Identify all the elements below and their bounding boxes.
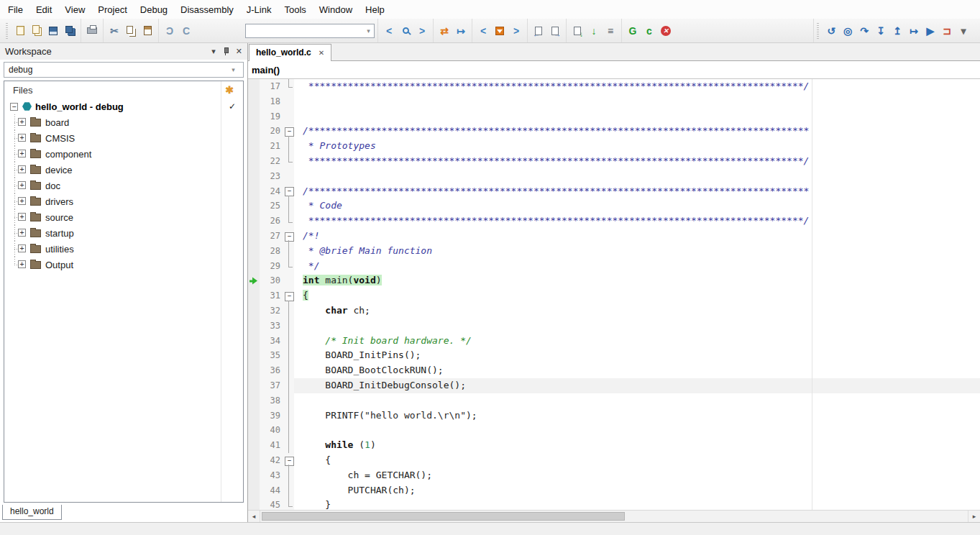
breakpoint-gutter[interactable] [248, 154, 260, 169]
find-icon[interactable] [398, 23, 413, 39]
paste-icon[interactable] [139, 23, 155, 39]
fold-marker-icon[interactable] [284, 124, 294, 139]
breakpoint-gutter[interactable] [248, 498, 260, 510]
code-editor[interactable]: 17 *************************************… [248, 79, 980, 510]
expand-icon[interactable]: + [18, 260, 26, 268]
scrollbar-track[interactable] [260, 511, 968, 522]
tree-item-board[interactable]: +board [4, 114, 243, 130]
tree-item-device[interactable]: +device [4, 162, 243, 178]
breakpoint-gutter[interactable] [248, 319, 260, 334]
fold-marker-icon[interactable] [284, 184, 294, 199]
toolbar-search-combo[interactable]: ▾ [245, 24, 375, 38]
scroll-left-icon[interactable]: ◂ [248, 511, 260, 522]
close-tab-icon[interactable]: ✕ [319, 49, 324, 57]
breakpoint-gutter[interactable] [248, 184, 260, 199]
step-out-icon[interactable]: ↥ [889, 23, 905, 39]
toggle-bookmark-icon[interactable] [492, 23, 508, 39]
menu-item-help[interactable]: Help [359, 1, 391, 19]
step-into-icon[interactable]: ↧ [873, 23, 889, 39]
workspace-bottom-tab[interactable]: hello_world [2, 505, 62, 520]
browse-forward-icon[interactable] [547, 23, 563, 39]
breakpoint-gutter[interactable] [248, 438, 260, 453]
breakpoint-gutter[interactable] [248, 229, 260, 244]
expand-icon[interactable]: + [18, 118, 26, 126]
expand-icon[interactable]: + [18, 229, 26, 237]
tree-item-cmsis[interactable]: +CMSIS [4, 130, 243, 146]
breakpoint-gutter[interactable] [248, 288, 260, 303]
reset-icon[interactable]: ↺ [823, 23, 839, 39]
next-statement-icon[interactable]: ↦ [906, 23, 922, 39]
breakpoint-gutter[interactable] [248, 214, 260, 229]
breakpoint-gutter[interactable] [248, 348, 260, 363]
expand-icon[interactable]: + [18, 134, 26, 142]
registers-icon[interactable]: ≡ [603, 23, 618, 39]
undo-icon[interactable]: Ɔ [162, 23, 178, 39]
expand-icon[interactable]: + [18, 165, 26, 173]
breakpoint-gutter[interactable] [248, 363, 260, 378]
menu-item-project[interactable]: Project [91, 1, 133, 19]
cut-icon[interactable]: ✂ [106, 23, 122, 39]
breakpoint-gutter[interactable] [248, 198, 260, 214]
find-previous-icon[interactable]: < [381, 23, 397, 39]
breakpoint-gutter[interactable] [248, 79, 260, 94]
tree-item-utilities[interactable]: +utilities [4, 241, 243, 257]
configuration-dropdown[interactable]: debug ▾ [4, 62, 244, 78]
tree-item-doc[interactable]: +doc [4, 178, 243, 193]
fold-marker-icon[interactable] [284, 288, 294, 303]
redo-icon[interactable]: C [178, 23, 194, 39]
execution-arrow-gutter[interactable] [248, 273, 260, 288]
exchange-icon[interactable]: ⇄ [436, 23, 452, 39]
breakpoint-gutter[interactable] [248, 393, 260, 408]
menu-item-window[interactable]: Window [313, 1, 359, 19]
breakpoint-gutter[interactable] [248, 94, 260, 109]
goto-icon[interactable]: ↦ [453, 23, 469, 39]
tree-root-project[interactable]: − hello_world - debug ✓ [4, 99, 243, 114]
debug-menu-caret-icon[interactable]: ▾ [956, 23, 971, 39]
debug-go-icon[interactable]: G [625, 23, 641, 39]
break-icon[interactable]: ◎ [840, 23, 856, 39]
compile-icon[interactable]: c [641, 23, 657, 39]
stop-debugging-icon[interactable]: ⊐ [939, 23, 955, 39]
pin-icon[interactable] [222, 47, 229, 56]
menu-item-debug[interactable]: Debug [134, 1, 174, 19]
expand-icon[interactable]: + [18, 213, 26, 221]
find-next-icon[interactable]: > [414, 23, 430, 39]
save-all-icon[interactable] [62, 23, 78, 39]
editor-tab-hello-world-c[interactable]: hello_world.c ✕ [249, 44, 331, 61]
tree-item-component[interactable]: +component [4, 146, 243, 162]
breakpoint-gutter[interactable] [248, 408, 260, 424]
close-icon[interactable]: ✕ [236, 47, 242, 56]
breakpoint-gutter[interactable] [248, 334, 260, 349]
workspace-menu-caret-icon[interactable]: ▾ [211, 47, 216, 56]
expand-icon[interactable]: + [18, 244, 26, 252]
make-icon[interactable] [569, 23, 585, 39]
tree-item-output[interactable]: +Output [4, 257, 243, 273]
open-document-icon[interactable] [29, 23, 45, 39]
previous-bookmark-icon[interactable]: < [475, 23, 491, 39]
fold-marker-icon[interactable] [284, 453, 294, 468]
breakpoint-gutter[interactable] [248, 109, 260, 124]
copy-icon[interactable] [123, 23, 139, 39]
scrollbar-thumb[interactable] [262, 512, 625, 521]
breakpoint-gutter[interactable] [248, 483, 260, 498]
fold-marker-icon[interactable] [284, 229, 294, 244]
breakpoint-gutter[interactable] [248, 244, 260, 259]
breakpoint-gutter[interactable] [248, 468, 260, 483]
chevron-down-icon[interactable]: ▾ [363, 27, 374, 35]
new-document-icon[interactable] [12, 23, 28, 39]
toolbar-search-input[interactable] [246, 24, 363, 37]
function-navigation-bar[interactable]: main() [248, 61, 980, 79]
step-over-icon[interactable]: ↷ [856, 23, 872, 39]
scroll-right-icon[interactable]: ▸ [968, 511, 980, 522]
stop-build-icon[interactable]: ✕ [658, 23, 674, 39]
expand-icon[interactable]: + [18, 150, 26, 157]
expand-icon[interactable]: + [18, 181, 26, 189]
print-icon[interactable] [84, 23, 100, 39]
code-area[interactable]: 17 *************************************… [248, 79, 980, 510]
menu-item-view[interactable]: View [58, 1, 91, 19]
next-bookmark-icon[interactable]: > [508, 23, 524, 39]
breakpoint-gutter[interactable] [248, 378, 260, 393]
collapse-icon[interactable]: − [10, 103, 18, 111]
save-icon[interactable] [45, 23, 61, 39]
breakpoint-gutter[interactable] [248, 169, 260, 184]
